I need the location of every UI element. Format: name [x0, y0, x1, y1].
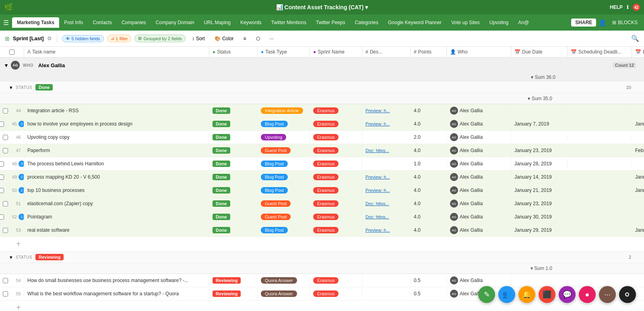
grouped-button[interactable]: ⊞ Grouped by 2 fields — [134, 35, 185, 42]
select-all-checkbox[interactable] — [9, 49, 14, 55]
table-row: 46 Upvoting copy copy Done Upvoting Eras… — [0, 131, 644, 144]
group-status-reviewing-alex[interactable]: ▾ STATUS Reviewing 2 — [0, 251, 644, 263]
notifications-badge[interactable]: 42 — [633, 4, 640, 11]
cell-sched-52 — [568, 214, 632, 219]
nav-tab-categories[interactable]: Categories — [350, 17, 383, 28]
cell-who-54: AG Alex Gallia — [447, 274, 511, 287]
float-buttons: ✎ 👥 🔔 ⬛ 💬 ● ··· ⭘ — [478, 286, 636, 303]
cell-check-51[interactable]: 51 — [0, 199, 24, 209]
tasktype-icon: ● — [261, 49, 264, 55]
toolbar: ⊞ Sprint [Last] ⚙ 👁 5 hidden fields ⊿ 1 … — [0, 31, 644, 47]
sort-button[interactable]: ↕ Sort — [189, 34, 208, 43]
blocks-button[interactable]: ⊞ BLOCKS — [609, 18, 641, 27]
float-btn-blue[interactable]: 👥 — [498, 286, 515, 303]
status-badge-done: Done — [35, 84, 53, 91]
cell-tasktype-52: Guest Post — [258, 211, 310, 222]
group-who-header-alex[interactable]: ▾ AG WHO Alex Gallia Count 12 — [0, 58, 644, 73]
cell-tasktype-51: Guest Post — [258, 198, 310, 209]
eye-icon: 👁 — [66, 36, 70, 41]
cell-duedate-47: January 23, 2019 — [511, 145, 568, 156]
cell-duedate-44 — [511, 108, 568, 113]
nav-tab-twitter-mentions[interactable]: Twitter Mentions — [266, 17, 311, 28]
col-header-points[interactable]: # Points — [411, 47, 447, 57]
more-button[interactable]: ··· — [266, 34, 277, 43]
nav-tab-vote-up[interactable]: Vote up Sites — [446, 17, 485, 28]
col-header-sched[interactable]: 📅 Scheduling Deadli... — [568, 47, 632, 57]
nav-tab-company-domain[interactable]: Company Domain — [151, 17, 199, 28]
cell-taskname-53: real estate software — [24, 225, 209, 235]
cell-datepub-50: January 23, 2019 — [632, 185, 644, 196]
cell-check-46[interactable]: 46 — [0, 132, 24, 142]
search-icon[interactable]: 🔍 — [631, 35, 639, 42]
who-sum-row-alex: ▾ Sum 36.0 — [0, 73, 644, 82]
cell-datepub-45: January 9, 2019 — [632, 119, 644, 129]
cell-taskname-49: process mapping KD 20 - V 6,500 — [24, 172, 209, 182]
cell-check-54[interactable]: 54 — [0, 276, 24, 286]
cell-sched-50 — [568, 188, 632, 193]
float-btn-brown[interactable]: ··· — [599, 286, 616, 303]
add-row-done[interactable]: + — [0, 237, 644, 251]
cell-desc-51: Doc: https... — [362, 199, 411, 208]
cell-check-49[interactable]: 49 2 — [0, 171, 24, 183]
nav-tab-post-info[interactable]: Post Info — [59, 17, 88, 28]
nav-tab-companies[interactable]: Companies — [117, 17, 151, 28]
cell-who-49: AG Alex Gallia — [447, 171, 511, 183]
share-button[interactable]: SHARE — [571, 19, 596, 27]
help-label[interactable]: HELP — [610, 4, 623, 10]
cell-check-44[interactable]: 44 — [0, 106, 24, 116]
float-btn-dark[interactable]: ⭘ — [619, 286, 636, 303]
cell-check-48[interactable]: 48 3 — [0, 158, 24, 169]
nav-tab-an[interactable]: An@ — [513, 17, 534, 28]
col-header-datepub[interactable]: 📅 Date Published — [632, 47, 644, 57]
col-header-who[interactable]: 👤 Who — [447, 47, 511, 57]
nav-tab-marketing-tasks[interactable]: Marketing Tasks — [12, 17, 59, 28]
cell-check-52[interactable]: 52 1 — [0, 211, 24, 222]
sprint-settings-icon[interactable]: ⚙ — [47, 35, 52, 41]
cell-taskname-55: What is the best workflow management sof… — [24, 288, 209, 299]
sprint-label[interactable]: Sprint [Last] — [13, 35, 44, 41]
filter-button[interactable]: ⊿ 1 filter — [107, 35, 132, 42]
nav-tab-twitter-peeps[interactable]: Twitter Peeps — [311, 17, 350, 28]
column-headers: A Task name ● Status ● Task Type ● Sprin… — [0, 47, 644, 58]
cell-check-45[interactable]: 45 2 — [0, 118, 24, 130]
col-header-check[interactable] — [0, 47, 24, 57]
cell-status-46: Done — [209, 132, 258, 143]
col-header-status[interactable]: ● Status — [209, 47, 258, 57]
cell-datepub-46 — [632, 135, 644, 140]
cell-check-55[interactable]: 55 — [0, 289, 24, 299]
dropdown-icon[interactable]: ▾ — [365, 4, 368, 10]
cell-taskname-47: Paperform — [24, 145, 209, 156]
cell-tasktype-49: Blog Post — [258, 171, 310, 183]
color-button[interactable]: 🎨 Color — [211, 34, 237, 43]
group-status-done-alex[interactable]: ▾ STATUS Done 10 — [0, 82, 644, 93]
nav-tab-keywords[interactable]: Keywords — [235, 17, 266, 28]
export-icon: ⬡ — [256, 36, 260, 41]
nav-tab-upvoting[interactable]: Upvoting — [485, 17, 513, 28]
col-header-desc[interactable]: # Des... — [362, 47, 411, 57]
col-header-tasktype[interactable]: ● Task Type — [258, 47, 310, 57]
cell-status-55: Reviewing — [209, 288, 258, 299]
cell-check-47[interactable]: 47 — [0, 146, 24, 156]
status-count-reviewing-alex: 2 — [629, 255, 631, 260]
nav-tab-google-keyword[interactable]: Google Keyword Planner — [383, 17, 446, 28]
export-button[interactable]: ⬡ — [253, 34, 263, 43]
cell-check-53[interactable]: 53 — [0, 225, 24, 235]
float-btn-pink[interactable]: ● — [579, 286, 596, 303]
float-btn-red[interactable]: ⬛ — [539, 286, 555, 303]
row-height-button[interactable]: ≡ — [240, 34, 250, 43]
cell-duedate-53: January 29, 2019 — [511, 225, 568, 235]
col-header-sprint[interactable]: ● Sprint Name — [310, 47, 362, 57]
menu-icon[interactable]: ☰ — [3, 19, 9, 27]
hidden-fields-button[interactable]: 👁 5 hidden fields — [62, 35, 104, 42]
float-btn-green[interactable]: ✎ — [478, 286, 495, 303]
nav-tab-url-maping[interactable]: URL Maping — [199, 17, 235, 28]
col-header-taskname[interactable]: A Task name — [24, 47, 209, 57]
cell-check-50[interactable]: 50 1 — [0, 185, 24, 196]
cell-desc-50: Preview: h... — [362, 185, 411, 195]
float-btn-orange[interactable]: 🔔 — [518, 286, 535, 303]
nav-tab-contacts[interactable]: Contacts — [88, 17, 117, 28]
col-header-duedate[interactable]: 📅 Due Date — [511, 47, 568, 57]
float-btn-purple[interactable]: 💬 — [559, 286, 576, 303]
collapse-icon-done-alex: ▾ — [10, 84, 12, 91]
cell-sprint-55: Erasmus — [310, 288, 362, 299]
